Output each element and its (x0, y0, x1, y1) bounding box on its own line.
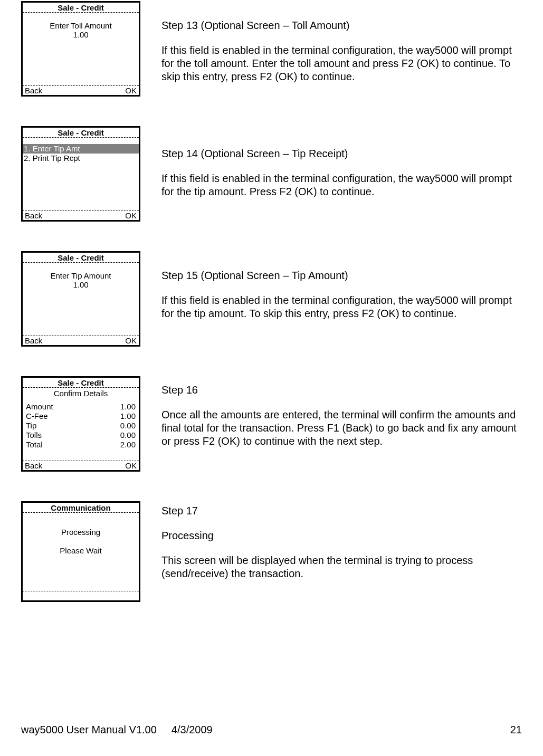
screen-body: Enter Tip Amount 1.00 (23, 263, 139, 336)
screen-title: Communication (23, 503, 139, 513)
screen-title: Sale - Credit (23, 378, 139, 388)
step-heading: Step 15 (Optional Screen – Tip Amount) (161, 269, 522, 282)
row-tolls: Tolls0.00 (26, 430, 136, 440)
step-14-row: Sale - Credit 1. Enter Tip Amt 2. Print … (21, 126, 522, 222)
amount-value: 1.00 (23, 280, 139, 289)
confirm-details-label: Confirm Details (23, 388, 139, 402)
terminal-screen: Sale - Credit Enter Tip Amount 1.00 Back… (21, 251, 140, 347)
footer-page-number: 21 (510, 724, 522, 736)
step-heading: Step 14 (Optional Screen – Tip Receipt) (161, 147, 522, 160)
step-body: Once all the amounts are entered, the te… (161, 409, 517, 447)
step-16-row: Sale - Credit Confirm Details Amount1.00… (21, 376, 522, 472)
amount-value: 1.00 (23, 30, 139, 39)
row-total: Total2.00 (26, 440, 136, 449)
back-button[interactable]: Back (25, 211, 42, 220)
step-heading: Step 16 (161, 384, 522, 397)
terminal-screen: Communication Processing Please Wait (21, 501, 140, 602)
prompt-label: Enter Tip Amount (23, 271, 139, 280)
prompt-label: Enter Toll Amount (23, 21, 139, 30)
step-subheading: Processing (161, 529, 522, 542)
screen-body: Confirm Details Amount1.00 C-Fee1.00 Tip… (23, 388, 139, 461)
footer-date: 4/3/2009 (172, 724, 213, 736)
step-description: Step 16 Once all the amounts are entered… (161, 376, 522, 448)
ok-button[interactable]: OK (125, 86, 137, 95)
please-wait-label: Please Wait (23, 546, 139, 555)
menu-item-print-tip-rcpt[interactable]: 2. Print Tip Rcpt (23, 154, 139, 163)
terminal-screen: Sale - Credit 1. Enter Tip Amt 2. Print … (21, 126, 140, 222)
footer-title: way5000 User Manual V1.00 (21, 724, 157, 736)
step-description: Step 13 (Optional Screen – Toll Amount) … (161, 5, 522, 83)
terminal-screen: Sale - Credit Enter Toll Amount 1.00 Bac… (21, 1, 140, 97)
screen-title: Sale - Credit (23, 253, 139, 263)
step-heading: Step 17 (161, 504, 522, 518)
step-body: If this field is enabled in the terminal… (161, 44, 512, 82)
back-button[interactable]: Back (25, 461, 42, 470)
processing-label: Processing (23, 528, 139, 537)
page-footer: way5000 User Manual V1.00 4/3/2009 21 (21, 724, 522, 736)
ok-button[interactable]: OK (125, 211, 137, 220)
step-body: If this field is enabled in the terminal… (161, 173, 512, 197)
screen-title: Sale - Credit (23, 3, 139, 13)
step-description: Step 15 (Optional Screen – Tip Amount) I… (161, 251, 522, 320)
step-17-row: Communication Processing Please Wait Ste… (21, 501, 522, 602)
step-heading: Step 13 (Optional Screen – Toll Amount) (161, 19, 522, 32)
step-description: Step 17 Processing This screen will be d… (161, 501, 522, 580)
ok-button[interactable]: OK (125, 336, 137, 345)
screen-body: Enter Toll Amount 1.00 (23, 13, 139, 85)
terminal-screen: Sale - Credit Confirm Details Amount1.00… (21, 376, 140, 472)
screen-body: Processing Please Wait (23, 513, 139, 591)
screen-title: Sale - Credit (23, 128, 139, 138)
step-description: Step 14 (Optional Screen – Tip Receipt) … (161, 126, 522, 198)
step-15-row: Sale - Credit Enter Tip Amount 1.00 Back… (21, 251, 522, 347)
row-tip: Tip0.00 (26, 421, 136, 430)
menu-item-enter-tip[interactable]: 1. Enter Tip Amt (23, 144, 139, 154)
back-button[interactable]: Back (25, 86, 42, 95)
back-button[interactable]: Back (25, 336, 42, 345)
step-body: This screen will be displayed when the t… (161, 554, 473, 579)
screen-body: 1. Enter Tip Amt 2. Print Tip Rcpt (23, 138, 139, 210)
row-amount: Amount1.00 (26, 402, 136, 412)
step-13-row: Sale - Credit Enter Toll Amount 1.00 Bac… (21, 5, 522, 97)
ok-button[interactable]: OK (125, 461, 137, 470)
row-cfee: C-Fee1.00 (26, 412, 136, 421)
step-body: If this field is enabled in the terminal… (161, 294, 512, 319)
